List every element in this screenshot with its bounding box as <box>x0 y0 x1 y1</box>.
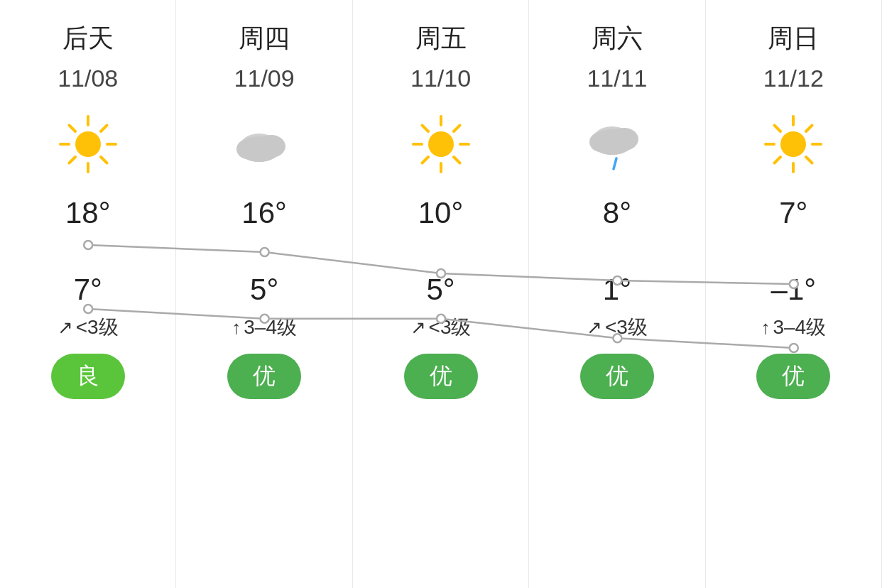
wind-level: 3–4级 <box>244 314 297 341</box>
day-col-day4: 周六 11/11 8° 1° ↗ <3级 优 <box>529 0 705 588</box>
svg-line-5 <box>69 126 75 132</box>
day-col-day5: 周日 11/12 7° –1° ↑ 3–4级 优 <box>706 0 882 588</box>
low-temp: 5° <box>250 273 278 307</box>
day-name: 周四 <box>239 21 290 56</box>
wind-info: ↑ 3–4级 <box>761 314 826 341</box>
svg-line-32 <box>775 126 781 132</box>
day-col-day1: 后天 11/08 18° 7° ↗ <3级 良 <box>0 0 176 588</box>
low-temp: 5° <box>426 273 454 307</box>
svg-line-21 <box>422 157 428 163</box>
svg-line-33 <box>806 157 812 163</box>
wind-arrow-icon: ↗ <box>587 317 602 339</box>
wind-info: ↗ <3级 <box>410 314 472 341</box>
wind-info: ↗ <3级 <box>587 314 648 341</box>
day-date: 11/08 <box>58 65 118 92</box>
svg-line-8 <box>69 157 75 163</box>
aqi-badge: 优 <box>756 354 830 399</box>
wind-info: ↑ 3–4级 <box>232 314 297 341</box>
low-temp: 1° <box>603 273 631 307</box>
weather-icon <box>232 112 296 176</box>
wind-arrow-icon: ↗ <box>58 317 73 339</box>
day-name: 周日 <box>768 21 819 56</box>
day-name: 周五 <box>415 21 467 56</box>
svg-line-20 <box>454 126 460 132</box>
svg-point-12 <box>236 139 259 159</box>
svg-point-13 <box>428 131 454 157</box>
day-col-day2: 周四 11/09 16° 5° ↑ 3–4级 优 <box>176 0 352 588</box>
day-col-day3: 周五 11/10 10° 5° ↗ <3级 优 <box>353 0 529 588</box>
weather-icon <box>761 112 825 176</box>
day-date: 11/12 <box>763 65 824 92</box>
svg-point-27 <box>780 131 806 157</box>
wind-arrow-icon: ↗ <box>410 317 426 339</box>
high-temp: 7° <box>779 196 807 230</box>
day-name: 周六 <box>592 21 643 56</box>
svg-line-34 <box>806 126 812 132</box>
svg-line-26 <box>614 158 616 169</box>
weather-icon <box>56 112 120 176</box>
svg-line-6 <box>101 157 107 163</box>
high-temp: 18° <box>65 196 111 230</box>
wind-level: <3级 <box>76 314 119 341</box>
svg-point-25 <box>589 132 612 152</box>
weather-icon <box>585 112 649 176</box>
svg-line-18 <box>422 126 428 132</box>
wind-level: 3–4级 <box>773 314 826 341</box>
day-name: 后天 <box>62 21 114 56</box>
low-temp: –1° <box>771 273 817 307</box>
wind-info: ↗ <3级 <box>58 314 119 341</box>
low-temp: 7° <box>74 273 102 307</box>
aqi-badge: 优 <box>404 354 478 399</box>
aqi-badge: 优 <box>227 354 301 399</box>
day-date: 11/10 <box>410 65 471 92</box>
day-date: 11/11 <box>587 65 647 92</box>
weather-grid: 后天 11/08 18° 7° ↗ <3级 良 周四 11/09 16° 5° <box>0 0 882 588</box>
day-date: 11/09 <box>234 65 295 92</box>
high-temp: 16° <box>241 196 287 230</box>
weather-icon <box>409 112 473 176</box>
wind-level: <3级 <box>605 314 648 341</box>
svg-line-7 <box>101 126 107 132</box>
aqi-badge: 优 <box>580 354 654 399</box>
svg-line-19 <box>454 157 460 163</box>
aqi-badge: 良 <box>51 354 125 399</box>
high-temp: 8° <box>603 196 631 230</box>
svg-line-35 <box>775 157 781 163</box>
wind-arrow-icon: ↑ <box>232 317 241 339</box>
svg-point-0 <box>75 131 101 157</box>
high-temp: 10° <box>418 196 464 230</box>
wind-arrow-icon: ↑ <box>761 317 770 339</box>
wind-level: <3级 <box>429 314 472 341</box>
